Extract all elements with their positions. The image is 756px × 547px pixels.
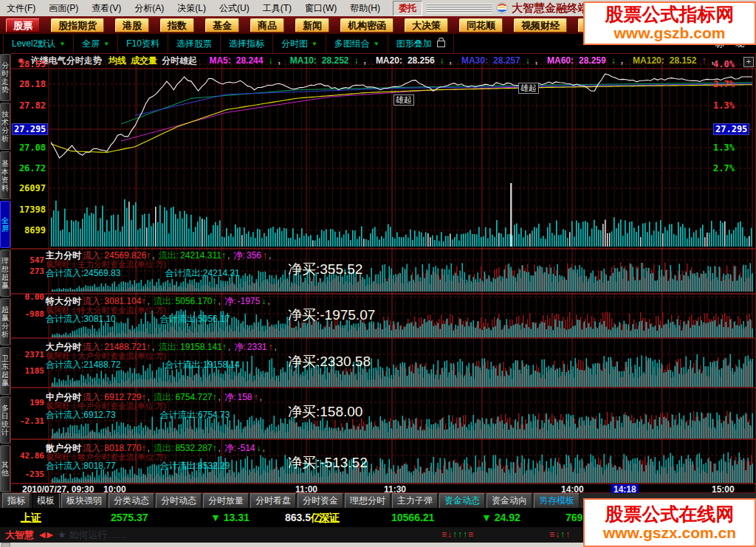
chart-area: ✱ 许继电气分时走势 均线成交量分时雄起 MA5:28.244↓,MA10:28… — [10, 53, 756, 493]
net-buy-value: 净买:-1975.07 — [288, 306, 375, 325]
ad-bottom-title: 股票公式在线网 — [605, 504, 735, 524]
time-label-14:18: 14:18 — [611, 484, 639, 493]
taskbar-button[interactable] — [1, 543, 10, 547]
total-outflow: 合计流出:8532.29 — [160, 461, 230, 471]
menu-画面(P)[interactable]: 画面(P) — [42, 0, 85, 17]
nav-button-新闻[interactable]: 新闻 — [295, 18, 329, 32]
panel-scale-label: 199 — [12, 398, 44, 407]
view-tool-分时图[interactable]: 分时图▼ — [273, 34, 326, 53]
menu-公式(U)[interactable]: 公式(U) — [213, 0, 256, 17]
marquee-text: 如何运行…… — [69, 529, 127, 542]
chevron-down-icon[interactable]: ▼ — [312, 41, 317, 47]
panel-scale-label: 2371 — [12, 350, 44, 359]
sidebar-item-技术分析[interactable]: 技术分析 — [0, 103, 10, 150]
menu-决策(L)[interactable]: 决策(L) — [171, 0, 213, 17]
outflow-value: 6754.727↑ — [175, 392, 216, 402]
brand-label: 大智慧 — [0, 529, 39, 542]
total-outflow: 合计流出:6754.73 — [160, 410, 230, 420]
scroll-left-icon[interactable]: ◀ — [39, 530, 45, 540]
menu-工具(T)[interactable]: 工具(T) — [256, 0, 298, 17]
nav-button-视频财经[interactable]: 视频财经 — [514, 18, 567, 32]
net-buy-value: 净买:158.00 — [288, 402, 362, 422]
sidebar-item-其他[interactable]: 其他 — [0, 445, 10, 492]
price-label-26.72: 26.72 — [12, 163, 46, 173]
indicator-均线: 均线 — [109, 55, 126, 66]
tab-指标[interactable]: 指标 — [2, 493, 30, 509]
sidebar-item-多日统计[interactable]: 多日统计 — [0, 396, 10, 444]
sidebar-item-label: 超赢分析 — [1, 306, 10, 338]
menu-文件(F)[interactable]: 文件(F) — [0, 0, 42, 17]
view-tool-Level2默认[interactable]: Level2默认▼ — [3, 34, 74, 53]
tab-另存模板[interactable]: 另存模板 — [534, 493, 580, 509]
view-tool-选择股票[interactable]: 选择股票 — [168, 34, 221, 53]
lock-icon[interactable] — [437, 41, 445, 47]
panel-totals: 合计流入:24569.83合计流出:24214.31 — [46, 267, 241, 280]
sidebar-item-基本资料[interactable]: 基本资料 — [0, 151, 10, 199]
sidebar-item-label: 多日统计 — [1, 404, 10, 436]
chevron-down-icon[interactable]: ▼ — [59, 41, 65, 47]
chevron-down-icon[interactable]: ▼ — [103, 41, 109, 47]
nav-button-同花顺[interactable]: 同花顺 — [459, 18, 503, 32]
tab-分时资金[interactable]: 分时资金 — [298, 493, 343, 509]
sidebar-item-理想超赢[interactable]: 理想超赢 — [0, 250, 10, 297]
sidebar-item-全屏[interactable]: 全屏 — [0, 201, 10, 248]
tab-模板[interactable]: 模板 — [32, 493, 60, 509]
price-label-2.7%: 2.7% — [713, 163, 752, 173]
tab-分时动态[interactable]: 分时动态 — [156, 493, 202, 509]
total-inflow: 合计流入:6912.73 — [46, 410, 116, 420]
nav-button-商品[interactable]: 商品 — [250, 18, 284, 32]
sidebar-item-卫东超赢[interactable]: 卫东超赢 — [0, 347, 10, 394]
view-tool-选择指标[interactable]: 选择指标 — [221, 34, 273, 53]
ma-value: 28.256 — [408, 55, 435, 66]
tab-分时放量[interactable]: 分时放量 — [203, 493, 249, 509]
nav-button-大决策[interactable]: 大决策 — [405, 18, 448, 32]
indicator-分时雄起: 分时雄起 — [162, 55, 197, 66]
tab-板块强弱[interactable]: 板块强弱 — [61, 493, 107, 509]
tab-分类动态[interactable]: 分类动态 — [109, 493, 154, 509]
nav-button-机构密函[interactable]: 机构密函 — [340, 18, 394, 32]
comma: , — [218, 296, 223, 306]
view-tool-多图组合[interactable]: 多图组合▼ — [326, 34, 388, 53]
view-tool-全屏[interactable]: 全屏▼ — [74, 34, 118, 53]
menu-分析(A)[interactable]: 分析(A) — [128, 0, 171, 17]
panel-totals: 合计流入:3081.10合计流出:5056.17 — [46, 313, 231, 326]
tab-分时看盘[interactable]: 分时看盘 — [250, 493, 296, 509]
view-tool-图形叠加[interactable]: 图形叠加 — [388, 34, 454, 53]
star-icon: ★ — [58, 529, 66, 540]
ma-comma: , — [535, 55, 537, 66]
ad-bottom-url: www.gszx.com.cn — [603, 524, 736, 542]
net-label: 净: — [234, 250, 245, 261]
comma: , — [218, 392, 223, 402]
menu-帮助(H)[interactable]: 帮助(H) — [343, 0, 387, 17]
scroll-right-icon[interactable]: ▶ — [47, 530, 52, 540]
ad-banner-top[interactable]: 股票公式指标网 www.gszb.com — [583, 1, 756, 45]
price-label-1.3%: 1.3% — [713, 142, 752, 153]
sidebar-item-超赢分析[interactable]: 超赢分析 — [0, 298, 10, 345]
toolbar-grip — [427, 4, 492, 13]
ad-banner-bottom[interactable]: 股票公式在线网 www.gszx.com.cn — [583, 498, 756, 547]
view-tool-F10资料[interactable]: F10资料 — [118, 34, 168, 53]
expand-icon[interactable]: + — [743, 57, 754, 67]
app-logo: 大智慧金融终端 — [496, 1, 589, 16]
status-▼ 24.92: ▼ 24.92 — [481, 512, 520, 523]
nav-button-指数[interactable]: 指数 — [160, 18, 194, 32]
panel-totals: 合计流入:8018.77合计流出:8532.29 — [46, 460, 231, 472]
nav-button-股票[interactable]: 股票 — [6, 18, 40, 32]
menu-窗口(W)[interactable]: 窗口(W) — [298, 0, 343, 17]
nav-button-股指期货[interactable]: 股指期货 — [51, 18, 104, 32]
panel-scale-label: 42.86 — [12, 451, 44, 461]
tab-资金动向[interactable]: 资金动向 — [487, 493, 532, 509]
price-label-28.18: 28.18 — [12, 79, 46, 89]
status-深证: 深证 — [319, 512, 340, 525]
panel-scale-label: 273 — [12, 266, 44, 276]
tab-主力子弹[interactable]: 主力子弹 — [392, 493, 438, 509]
tab-理想分时[interactable]: 理想分时 — [345, 493, 391, 509]
sidebar-item-分时走势[interactable]: 分时走势 — [0, 54, 10, 101]
tab-资金动态[interactable]: 资金动态 — [439, 493, 485, 509]
menu-查看(V)[interactable]: 查看(V) — [85, 0, 128, 17]
signal-arrows-1: ≡↓↑↑↑≡ — [441, 529, 474, 540]
nav-button-港股[interactable]: 港股 — [115, 18, 149, 32]
chevron-down-icon[interactable]: ▼ — [374, 41, 379, 47]
broker-button[interactable]: 委托 — [393, 1, 422, 16]
nav-button-基金[interactable]: 基金 — [205, 18, 239, 32]
